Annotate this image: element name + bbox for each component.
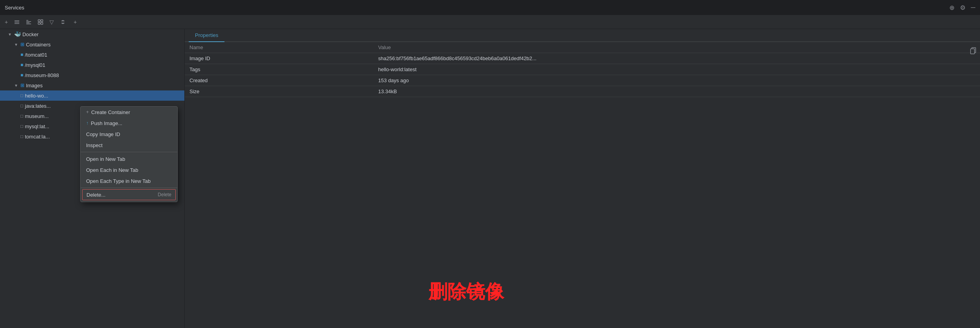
- images-label: Images: [26, 83, 43, 88]
- tree-item-containers[interactable]: ▼ ⊞ Containers: [0, 39, 184, 50]
- tab-properties-label: Properties: [195, 32, 218, 38]
- add-button[interactable]: +: [2, 17, 10, 27]
- container-icon-museum: ■: [20, 72, 23, 78]
- main-layout: ▼ 🐳 Docker ▼ ⊞ Containers ■ /tomcat01 ■ …: [0, 29, 980, 328]
- image-icon-hello: □: [20, 93, 23, 98]
- col-name-header: Name: [185, 42, 373, 53]
- prop-name-cell: Image ID: [185, 53, 373, 64]
- image-icon-mysql-latest: □: [20, 123, 23, 129]
- svg-rect-8: [41, 20, 43, 22]
- push-image-label: Push Image...: [91, 120, 122, 126]
- expand-all-button[interactable]: [24, 18, 34, 26]
- svg-rect-5: [26, 22, 29, 23]
- svg-rect-12: [971, 49, 974, 54]
- title-text: Services: [5, 5, 24, 11]
- delete-shortcut: Delete: [158, 192, 171, 197]
- table-row: Size13.34kB: [185, 86, 980, 97]
- java-latest-label: java:lates...: [25, 103, 51, 109]
- filter-button[interactable]: ▽: [47, 17, 56, 27]
- arrow-images: ▼: [14, 83, 18, 88]
- copy-to-clipboard-icon[interactable]: [970, 47, 977, 56]
- tree-item-mysql01[interactable]: ■ /mysql01: [0, 60, 184, 70]
- svg-rect-3: [26, 20, 28, 21]
- open-each-new-tab-label: Open Each in New Tab: [86, 167, 138, 173]
- svg-rect-10: [41, 22, 43, 24]
- image-icon-java: □: [20, 103, 23, 109]
- docker-icon: 🐳: [14, 31, 21, 37]
- context-menu-create-container[interactable]: + Create Container: [81, 107, 177, 118]
- tab-properties[interactable]: Properties: [189, 29, 224, 42]
- prop-name-cell: Created: [185, 75, 373, 86]
- svg-rect-9: [38, 22, 40, 24]
- arrow-containers: ▼: [14, 42, 18, 47]
- inspect-label: Inspect: [86, 142, 103, 148]
- col-value-header: Value: [373, 42, 980, 53]
- inspect-left: Inspect: [86, 142, 103, 148]
- context-menu-open-new-tab[interactable]: Open in New Tab: [81, 153, 177, 164]
- table-row: Tagshello-world:latest: [185, 64, 980, 75]
- context-menu-inspect[interactable]: Inspect: [81, 140, 177, 151]
- tree-item-images[interactable]: ▼ ⊞ Images: [0, 80, 184, 90]
- containers-grid-icon: ⊞: [20, 42, 24, 47]
- toolbar: + ▽ +: [0, 15, 980, 29]
- minimize-icon[interactable]: ─: [971, 4, 975, 11]
- create-container-label: Create Container: [91, 109, 130, 115]
- context-menu-delete[interactable]: Delete... Delete: [82, 189, 176, 200]
- context-menu-open-each-new-tab[interactable]: Open Each in New Tab: [81, 164, 177, 175]
- collapse-all-button[interactable]: [12, 18, 22, 26]
- image-icon-museum: □: [20, 113, 23, 119]
- prop-value-cell: 153 days ago: [373, 75, 980, 86]
- push-image-icon: ↑: [86, 120, 88, 126]
- open-each-left: Open Each in New Tab: [86, 167, 138, 173]
- prop-value-cell: 13.34kB: [373, 86, 980, 97]
- prop-name-cell: Size: [185, 86, 373, 97]
- arrow-docker: ▼: [8, 32, 12, 37]
- images-grid-icon: ⊞: [20, 83, 24, 88]
- table-row: Created153 days ago: [185, 75, 980, 86]
- context-menu-push-image[interactable]: ↑ Push Image...: [81, 118, 177, 129]
- tomcat01-label: /tomcat01: [25, 52, 47, 58]
- push-image-left: ↑ Push Image...: [86, 120, 122, 126]
- container-icon-tomcat: ■: [20, 52, 23, 57]
- svg-rect-0: [15, 20, 19, 21]
- museum-label: museum...: [25, 113, 49, 119]
- create-container-left: + Create Container: [86, 109, 130, 115]
- group-button[interactable]: [35, 18, 46, 26]
- title-bar-left: Services: [5, 5, 24, 11]
- new-service-button[interactable]: +: [71, 17, 79, 27]
- table-row: Image IDsha256:bf756fb1ae65adf866bd8c456…: [185, 53, 980, 64]
- annotation-text: 删除镜像: [428, 279, 504, 304]
- svg-rect-6: [26, 24, 31, 24]
- svg-rect-7: [38, 20, 40, 22]
- gear-icon[interactable]: ⚙: [960, 4, 965, 11]
- prop-name-cell: Tags: [185, 64, 373, 75]
- globe-icon[interactable]: ⊕: [949, 4, 954, 11]
- right-panel: Properties Name Value Image IDsha256:bf7…: [185, 29, 980, 328]
- context-menu-copy-image-id[interactable]: Copy Image ID: [81, 129, 177, 140]
- image-icon-tomcat-latest: □: [20, 134, 23, 139]
- context-menu-open-each-type-new-tab[interactable]: Open Each Type in New Tab: [81, 175, 177, 186]
- tree-item-tomcat01[interactable]: ■ /tomcat01: [0, 50, 184, 60]
- open-new-tab-left: Open in New Tab: [86, 156, 125, 162]
- svg-rect-1: [15, 22, 19, 22]
- tomcat-latest-label: tomcat:la...: [25, 134, 50, 140]
- prop-value-cell: sha256:bf756fb1ae65adf866bd8c456593cd24b…: [373, 53, 980, 64]
- tree-item-docker[interactable]: ▼ 🐳 Docker: [0, 29, 184, 39]
- left-panel: ▼ 🐳 Docker ▼ ⊞ Containers ■ /tomcat01 ■ …: [0, 29, 185, 328]
- properties-panel: Name Value Image IDsha256:bf756fb1ae65ad…: [185, 42, 980, 328]
- svg-rect-2: [15, 23, 19, 24]
- docker-label: Docker: [22, 31, 39, 37]
- container-icon-mysql: ■: [20, 62, 23, 68]
- prop-value-cell: hello-world:latest: [373, 64, 980, 75]
- copy-image-id-label: Copy Image ID: [86, 131, 120, 137]
- mysql-latest-label: mysql:lat...: [25, 123, 49, 129]
- tab-bar: Properties: [185, 29, 980, 42]
- tree-item-museum-8088[interactable]: ■ /museum-8088: [0, 70, 184, 80]
- tree-item-hello-world[interactable]: □ hello-wo...: [0, 90, 184, 101]
- sort-button[interactable]: [58, 18, 68, 26]
- open-new-tab-label: Open in New Tab: [86, 156, 125, 162]
- properties-table: Name Value Image IDsha256:bf756fb1ae65ad…: [185, 42, 980, 97]
- svg-rect-4: [26, 21, 31, 22]
- museum-8088-label: /museum-8088: [25, 72, 59, 78]
- delete-left: Delete...: [86, 192, 105, 198]
